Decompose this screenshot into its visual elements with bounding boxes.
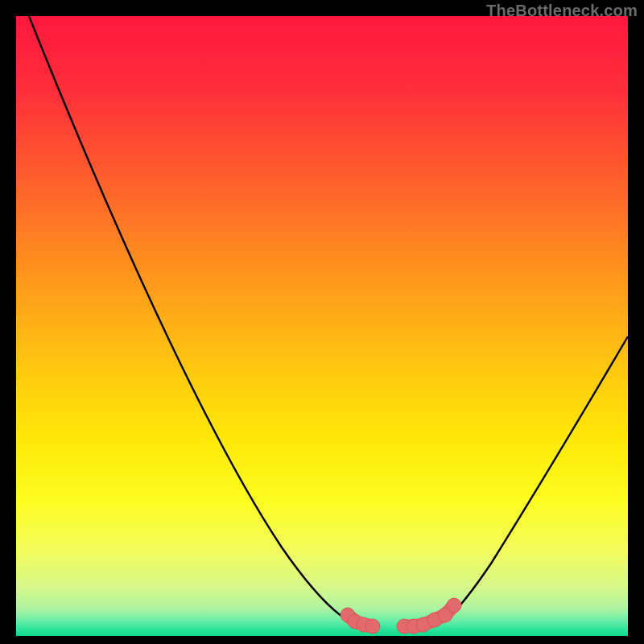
bottleneck-plot (0, 0, 644, 644)
watermark-text: TheBottleneck.com (486, 2, 638, 20)
marker-dot (365, 619, 380, 634)
marker-dot (447, 598, 461, 613)
gradient-background (16, 16, 628, 636)
chart-stage: TheBottleneck.com (0, 0, 644, 644)
